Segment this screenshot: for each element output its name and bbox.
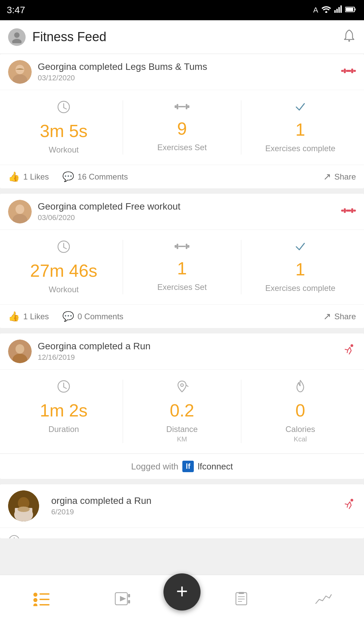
signal-icon (334, 5, 342, 15)
nav-item-feed[interactable] (0, 575, 82, 622)
profile-icon[interactable] (8, 28, 26, 46)
svg-rect-3 (338, 7, 340, 13)
share-icon-1: ↗ (323, 171, 331, 182)
svg-rect-4 (340, 5, 342, 13)
card-header-4: orgina completed a Run 6/2019 (0, 484, 364, 528)
svg-rect-65 (39, 604, 50, 605)
location-icon-3 (175, 380, 189, 396)
svg-rect-69 (128, 600, 130, 603)
share-label-2: Share (334, 312, 356, 321)
card-info-2: Georgina completed Free workout 03/06/20… (38, 201, 341, 222)
stat-label-complete-2: Exercises complete (265, 283, 335, 293)
like-icon-2: 👍 (8, 311, 20, 322)
stat-workout-time-1: 3m 5s Workout (8, 100, 119, 155)
card-info-4: orgina completed a Run 6/2019 (51, 495, 342, 516)
card-avatar-1 (8, 60, 32, 84)
svg-rect-40 (177, 244, 178, 249)
card-avatar-3 (8, 340, 32, 363)
svg-rect-33 (351, 208, 353, 213)
svg-rect-7 (346, 8, 353, 11)
stat-label-complete-1: Exercises complete (265, 144, 335, 153)
svg-rect-24 (177, 104, 178, 109)
card-name-4: orgina completed a Run (51, 495, 342, 506)
nav-item-videos[interactable] (82, 575, 164, 622)
stat-distance-3: 0.2 Distance KM (126, 380, 238, 443)
svg-rect-6 (355, 8, 356, 10)
feed-container: Georgina completed Legs Bums & Tums 03/1… (0, 54, 364, 575)
card-name-3: Georgina completed a Run (38, 341, 342, 352)
svg-rect-61 (39, 593, 50, 595)
stat-exercises-complete-2: 1 Exercises complete (245, 240, 356, 294)
stat-value-exercises-set-1: 9 (177, 120, 187, 137)
clock-icon-1 (57, 100, 70, 117)
stat-calories-3: 0 Calories Kcal (245, 380, 356, 443)
comments-count-2: 0 Comments (78, 312, 123, 321)
stat-label-workout-1: Workout (49, 145, 79, 155)
card-stats-2: 27m 46s Workout 1 Exercises Set (0, 230, 364, 305)
card-date-4: 6/2019 (51, 508, 342, 516)
svg-point-9 (12, 39, 22, 43)
svg-point-50 (181, 384, 183, 386)
battery-icon (345, 6, 356, 15)
svg-rect-34 (346, 210, 351, 212)
nav-item-log[interactable] (201, 575, 282, 622)
like-icon-1: 👍 (8, 171, 20, 182)
feed-card-4: orgina completed a Run 6/2019 (0, 484, 364, 538)
svg-rect-18 (346, 70, 351, 72)
svg-rect-2 (336, 9, 338, 13)
stat-value-complete-2: 1 (296, 261, 305, 278)
stat-label-workout-2: Workout (49, 285, 79, 294)
comments-action-1[interactable]: 💬 16 Comments (62, 171, 128, 182)
card-date-2: 03/06/2020 (38, 213, 341, 222)
run-icon-4 (342, 498, 356, 514)
stat-label-calories-3: Calories (285, 425, 315, 434)
svg-rect-63 (39, 599, 50, 600)
svg-point-62 (33, 598, 37, 602)
share-label-1: Share (334, 172, 356, 182)
comments-action-2[interactable]: 💬 0 Comments (62, 311, 123, 322)
feed-card-3: Georgina completed a Run 12/16/2019 (0, 333, 364, 479)
comments-count-1: 16 Comments (78, 172, 128, 182)
workout-icon-2 (341, 205, 356, 219)
feed-card-1: Georgina completed Legs Bums & Tums 03/1… (0, 54, 364, 188)
stat-label-exercises-set-1: Exercises Set (157, 143, 207, 152)
card-date-1: 03/12/2020 (38, 74, 341, 82)
stat-duration-3: 1m 2s Duration (8, 380, 119, 443)
stat-sublabel-calories-3: Kcal (294, 435, 307, 443)
card-footer-2: 👍 1 Likes 💬 0 Comments ↗ Share (0, 305, 364, 328)
status-bar: 3:47 A (0, 0, 364, 20)
check-icon-1 (294, 100, 306, 115)
logged-with-section: Logged with lf lfconnect (0, 454, 364, 479)
card-name-1: Georgina completed Legs Bums & Tums (38, 61, 341, 72)
svg-rect-42 (178, 246, 186, 247)
stat-value-distance-3: 0.2 (170, 402, 194, 419)
accessibility-icon: A (313, 6, 318, 15)
card-header-2: Georgina completed Free workout 03/06/20… (0, 194, 364, 230)
card-footer-1: 👍 1 Likes 💬 16 Comments ↗ Share (0, 165, 364, 188)
svg-rect-15 (353, 70, 356, 72)
share-button-1[interactable]: ↗ Share (323, 171, 356, 182)
svg-rect-25 (186, 104, 187, 109)
svg-point-46 (351, 344, 353, 347)
svg-line-49 (64, 387, 66, 388)
svg-rect-32 (344, 208, 346, 213)
share-button-2[interactable]: ↗ Share (323, 311, 356, 322)
bell-icon[interactable] (342, 29, 356, 45)
lfconnect-badge: lf (182, 461, 193, 472)
likes-action-2[interactable]: 👍 1 Likes (8, 311, 49, 322)
card-name-2: Georgina completed Free workout (38, 201, 341, 212)
stat-label-exercises-set-2: Exercises Set (157, 282, 207, 292)
svg-rect-39 (187, 245, 189, 248)
svg-rect-41 (186, 244, 187, 249)
app-title: Fitness Feed (32, 30, 342, 44)
svg-point-28 (16, 205, 24, 214)
svg-rect-31 (353, 210, 356, 212)
svg-line-37 (64, 247, 66, 249)
clock-icon-2 (57, 240, 70, 256)
likes-count-1: 1 Likes (23, 172, 49, 182)
likes-action-1[interactable]: 👍 1 Likes (8, 171, 49, 182)
fab-add-button[interactable]: + (163, 573, 201, 611)
workout-icon-1 (341, 65, 356, 79)
nav-item-stats[interactable] (282, 575, 364, 622)
svg-rect-17 (351, 69, 353, 73)
